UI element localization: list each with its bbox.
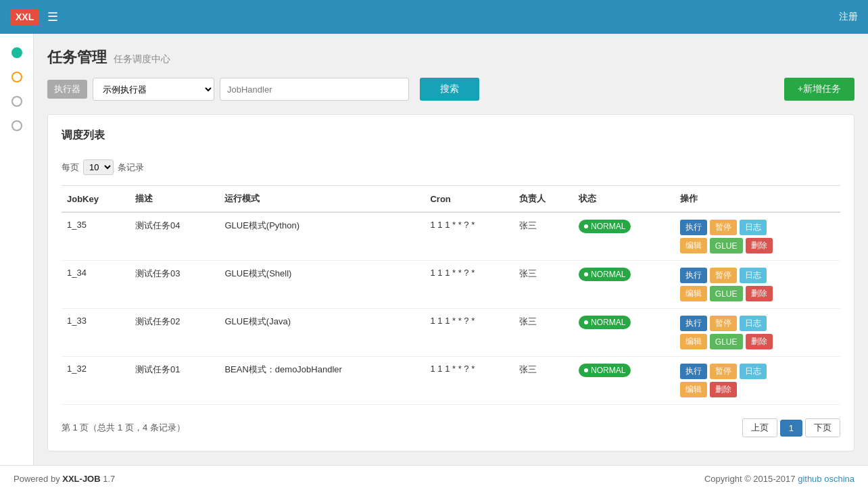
action-删除-button[interactable]: 删除 <box>746 286 773 301</box>
action-暂停-button[interactable]: 暂停 <box>710 220 737 235</box>
action-删除-button[interactable]: 删除 <box>746 334 773 349</box>
cell-status: NORMAL <box>573 357 675 405</box>
jobhandler-input[interactable] <box>220 78 409 101</box>
pagination-row: 第 1 页（总共 1 页，4 条记录） 上页 1 下页 <box>62 418 840 437</box>
action-编辑-button[interactable]: 编辑 <box>680 334 707 349</box>
per-page-prefix: 每页 <box>62 162 79 174</box>
main-content: 任务管理 任务调度中心 执行器 示例执行器 搜索 +新增任务 调度列表 每页 <box>34 34 868 465</box>
prev-page-button[interactable]: 上页 <box>742 418 777 437</box>
footer-link[interactable]: github oschina <box>798 474 854 484</box>
cell-cron: 1 1 1 * * ? * <box>425 261 513 309</box>
action-执行-button[interactable]: 执行 <box>680 364 707 379</box>
action-删除-button[interactable]: 删除 <box>746 238 773 253</box>
cell-actions: 执行暂停日志 编辑GLUE删除 <box>675 309 840 357</box>
cell-actions: 执行暂停日志 编辑GLUE删除 <box>675 261 840 309</box>
badge-dot <box>584 224 588 228</box>
brand-logo: XXL <box>10 9 39 25</box>
pagination-info: 第 1 页（总共 1 页，4 条记录） <box>62 422 185 434</box>
next-page-button[interactable]: 下页 <box>805 418 840 437</box>
main-card: 调度列表 每页 10 20 50 条记录 JobKey 描述 运行模式 <box>47 114 854 451</box>
table-row: 1_35 测试任务04 GLUE模式(Python) 1 1 1 * * ? *… <box>62 212 840 261</box>
action-GLUE-button[interactable]: GLUE <box>710 334 743 349</box>
action-执行-button[interactable]: 执行 <box>680 268 707 283</box>
action-编辑-button[interactable]: 编辑 <box>680 238 707 253</box>
executor-select[interactable]: 示例执行器 <box>93 78 214 101</box>
action-GLUE-button[interactable]: GLUE <box>710 286 743 301</box>
badge-dot <box>584 320 588 324</box>
cell-desc: 测试任务03 <box>130 261 219 309</box>
footer-powered: Powered by XXL-JOB 1.7 <box>14 474 115 484</box>
cell-mode: GLUE模式(Shell) <box>219 261 425 309</box>
sidebar-item-2[interactable] <box>11 72 22 82</box>
action-group-row2: 编辑GLUE删除 <box>680 286 835 301</box>
cell-owner: 张三 <box>514 212 573 261</box>
cell-cron: 1 1 1 * * ? * <box>425 357 513 405</box>
cell-mode: BEAN模式：demoJobHandler <box>219 357 425 405</box>
sidebar-item-4[interactable] <box>11 120 22 131</box>
action-编辑-button[interactable]: 编辑 <box>680 286 707 301</box>
cell-desc: 测试任务01 <box>130 357 219 405</box>
col-jobkey: JobKey <box>62 186 130 213</box>
cell-jobkey: 1_34 <box>62 261 130 309</box>
cell-status: NORMAL <box>573 212 675 261</box>
action-group-row2: 编辑GLUE删除 <box>680 238 835 253</box>
table-row: 1_33 测试任务02 GLUE模式(Java) 1 1 1 * * ? * 张… <box>62 309 840 357</box>
layout: 任务管理 任务调度中心 执行器 示例执行器 搜索 +新增任务 调度列表 每页 <box>0 34 868 465</box>
cell-owner: 张三 <box>514 309 573 357</box>
search-button[interactable]: 搜索 <box>420 78 479 101</box>
register-link[interactable]: 注册 <box>839 11 858 23</box>
action-暂停-button[interactable]: 暂停 <box>710 268 737 283</box>
filter-bar: 执行器 示例执行器 搜索 +新增任务 <box>47 78 854 101</box>
navbar: XXL ☰ 注册 <box>0 0 868 34</box>
sidebar-item-1[interactable] <box>11 47 22 58</box>
action-group-row2: 编辑GLUE删除 <box>680 334 835 349</box>
add-task-button[interactable]: +新增任务 <box>784 78 854 101</box>
pagination-controls: 上页 1 下页 <box>742 418 840 437</box>
menu-toggle-icon[interactable]: ☰ <box>47 9 58 24</box>
action-暂停-button[interactable]: 暂停 <box>710 364 737 379</box>
footer: Powered by XXL-JOB 1.7 Copyright © 2015-… <box>0 465 868 492</box>
action-编辑-button[interactable]: 编辑 <box>680 382 707 397</box>
page-subtitle: 任务调度中心 <box>114 53 170 66</box>
col-actions: 操作 <box>675 186 840 213</box>
action-暂停-button[interactable]: 暂停 <box>710 316 737 331</box>
action-执行-button[interactable]: 执行 <box>680 220 707 235</box>
action-group-row1: 执行暂停日志 <box>680 364 835 379</box>
table-header-row: JobKey 描述 运行模式 Cron 负责人 状态 操作 <box>62 186 840 213</box>
col-owner: 负责人 <box>514 186 573 213</box>
per-page-row: 每页 10 20 50 条记录 <box>62 159 840 175</box>
cell-mode: GLUE模式(Java) <box>219 309 425 357</box>
badge-dot <box>584 368 588 372</box>
cell-cron: 1 1 1 * * ? * <box>425 212 513 261</box>
action-日志-button[interactable]: 日志 <box>740 220 767 235</box>
cell-desc: 测试任务02 <box>130 309 219 357</box>
footer-brand: XXL-JOB <box>62 474 100 484</box>
col-cron: Cron <box>425 186 513 213</box>
per-page-select[interactable]: 10 20 50 <box>83 159 114 175</box>
executor-label: 执行器 <box>47 80 87 99</box>
sidebar <box>0 34 34 465</box>
sidebar-item-3[interactable] <box>11 96 22 107</box>
cell-cron: 1 1 1 * * ? * <box>425 309 513 357</box>
col-desc: 描述 <box>130 186 219 213</box>
action-执行-button[interactable]: 执行 <box>680 316 707 331</box>
page-1-button[interactable]: 1 <box>780 420 802 437</box>
action-GLUE-button[interactable]: GLUE <box>710 238 743 253</box>
cell-status: NORMAL <box>573 261 675 309</box>
table-row: 1_32 测试任务01 BEAN模式：demoJobHandler 1 1 1 … <box>62 357 840 405</box>
action-group-row1: 执行暂停日志 <box>680 220 835 235</box>
action-日志-button[interactable]: 日志 <box>740 316 767 331</box>
cell-owner: 张三 <box>514 357 573 405</box>
action-日志-button[interactable]: 日志 <box>740 268 767 283</box>
action-删除-button[interactable]: 删除 <box>710 382 737 397</box>
section-title: 调度列表 <box>62 128 840 149</box>
action-日志-button[interactable]: 日志 <box>740 364 767 379</box>
action-group-row2: 编辑删除 <box>680 382 835 397</box>
cell-mode: GLUE模式(Python) <box>219 212 425 261</box>
cell-desc: 测试任务04 <box>130 212 219 261</box>
cell-status: NORMAL <box>573 309 675 357</box>
page-title: 任务管理 <box>47 47 107 68</box>
page-title-row: 任务管理 任务调度中心 <box>47 47 854 68</box>
action-group-row1: 执行暂停日志 <box>680 316 835 331</box>
page-header: 任务管理 任务调度中心 执行器 示例执行器 搜索 +新增任务 <box>47 47 854 101</box>
